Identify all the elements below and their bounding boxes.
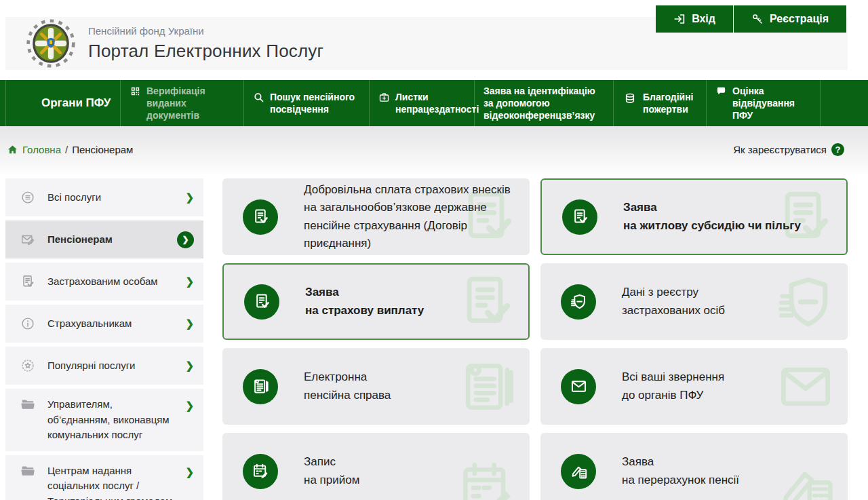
- page-header: Пенсійний фонд України Портал Електронни…: [0, 0, 868, 80]
- speech-bubble-icon: [715, 85, 727, 97]
- sidebar-item-all-services[interactable]: Всі послуги ❯: [5, 178, 203, 216]
- header-titles: Пенсійний фонд України Портал Електронни…: [88, 25, 323, 62]
- folder-icon: [20, 463, 35, 478]
- breadcrumb: Головна / Пенсіонерам: [7, 144, 133, 155]
- breadcrumb-bar: Головна / Пенсіонерам Як зареєструватися…: [0, 126, 868, 173]
- question-mark-icon: ?: [831, 143, 844, 156]
- document-check-icon: [243, 199, 278, 235]
- search-icon: [253, 92, 264, 103]
- pencil-calculator-icon: [561, 454, 596, 489]
- info-circle-icon: [20, 316, 35, 331]
- card-insured-persons-registry-data[interactable]: Дані з реєстру застрахованих осіб: [540, 263, 848, 340]
- nav-item-pension-id-search[interactable]: Пошук пенсійного посвідчення: [244, 80, 370, 126]
- page-title: Портал Електронних Послуг: [88, 41, 323, 62]
- card-housing-subsidy-application[interactable]: Заява на житлову субсидію чи пільгу: [540, 178, 848, 255]
- envelope-icon: [561, 369, 596, 404]
- pfu-logo: [26, 18, 76, 69]
- nav-item-visit-rating[interactable]: Оцінка відвідування ПФУ: [707, 80, 821, 126]
- document-check-icon: [244, 284, 279, 320]
- chevron-right-icon: ❯: [185, 466, 194, 478]
- sidebar-item-insured-persons[interactable]: Застрахованим особам ❯: [5, 263, 203, 301]
- services-grid: Добровільна сплата страхових внесків на …: [222, 178, 848, 500]
- medical-bag-icon: [378, 92, 390, 103]
- register-button[interactable]: Реєстрація: [733, 5, 846, 33]
- nav-filler: [821, 80, 868, 126]
- services-sidebar: Всі послуги ❯ Пенсіонерам ❯ Застраховани…: [5, 178, 203, 500]
- nav-item-organy-pfu[interactable]: Органи ПФУ: [5, 80, 121, 126]
- envelope-pencil-icon: [20, 232, 35, 247]
- key-icon: [751, 13, 764, 25]
- folder-icon: [20, 397, 35, 412]
- qr-code-icon: [130, 85, 141, 97]
- nav-item-donations[interactable]: Благодійні пожертви: [614, 80, 707, 126]
- auth-buttons: Вхід Реєстрація: [656, 5, 846, 33]
- chevron-right-icon: ❯: [185, 191, 194, 204]
- breadcrumb-current: Пенсіонерам: [72, 144, 133, 155]
- sidebar-item-social-service-centers[interactable]: Центрам надання соціальних послуг / Тери…: [5, 455, 203, 500]
- chevron-right-icon: ❯: [185, 275, 194, 288]
- home-icon[interactable]: [7, 144, 18, 155]
- card-electronic-pension-file[interactable]: Електронна пенсійна справа: [222, 348, 530, 425]
- sidebar-item-pensioners[interactable]: Пенсіонерам ❯: [5, 220, 203, 258]
- nav-item-verification[interactable]: Верифікація виданих документів: [121, 80, 244, 126]
- how-to-register-label: Як зареєструватися: [733, 144, 827, 155]
- card-appointment-booking[interactable]: Запис на прийом: [222, 433, 530, 500]
- document-check-icon: [20, 274, 35, 289]
- main-content: Всі послуги ❯ Пенсіонерам ❯ Застраховани…: [0, 173, 868, 500]
- list-circle-icon: [20, 190, 35, 205]
- login-button[interactable]: Вхід: [656, 5, 733, 33]
- chevron-right-icon: ❯: [185, 360, 194, 372]
- org-name: Пенсійний фонд України: [88, 25, 323, 37]
- sidebar-item-utility-managers[interactable]: Управителям, об’єднанням, виконавцям ком…: [5, 389, 203, 451]
- how-to-register-link[interactable]: Як зареєструватися ?: [733, 143, 844, 156]
- chevron-right-icon: ❯: [185, 318, 194, 330]
- calendar-pencil-icon: [243, 454, 278, 489]
- nav-item-video-identification[interactable]: Заява на ідентифікацію за допомогою віде…: [475, 80, 614, 126]
- ukraine-map-icon: [15, 96, 36, 111]
- file-clip-icon: [243, 369, 278, 404]
- sidebar-item-insurers[interactable]: Страхувальникам ❯: [5, 305, 203, 343]
- card-pension-recalculation-application[interactable]: Заява на перерахунок пенсії: [540, 433, 848, 500]
- document-check-icon: [562, 199, 597, 235]
- shield-data-icon: [561, 284, 596, 320]
- coins-icon: [623, 92, 637, 107]
- card-all-your-requests[interactable]: Всі ваші звернення до органів ПФУ: [540, 348, 848, 425]
- breadcrumb-home-link[interactable]: Головна: [22, 144, 61, 155]
- nav-item-sick-leave[interactable]: Листки непрацездатності: [370, 80, 475, 126]
- sidebar-item-popular-services[interactable]: Популярні послуги ❯: [5, 347, 203, 385]
- main-nav: Органи ПФУ Верифікація виданих документі…: [0, 80, 868, 126]
- sign-in-icon: [673, 13, 686, 25]
- chevron-right-icon: ❯: [185, 400, 194, 412]
- register-label: Реєстрація: [770, 13, 829, 25]
- card-insurance-payout-application[interactable]: Заява на страхову виплату: [222, 263, 530, 340]
- breadcrumb-separator: /: [65, 144, 68, 155]
- chevron-right-circle-icon: ❯: [177, 231, 194, 248]
- login-label: Вхід: [692, 13, 715, 25]
- star-badge-icon: [20, 358, 35, 373]
- card-voluntary-insurance-payment[interactable]: Добровільна сплата страхових внесків на …: [222, 178, 530, 255]
